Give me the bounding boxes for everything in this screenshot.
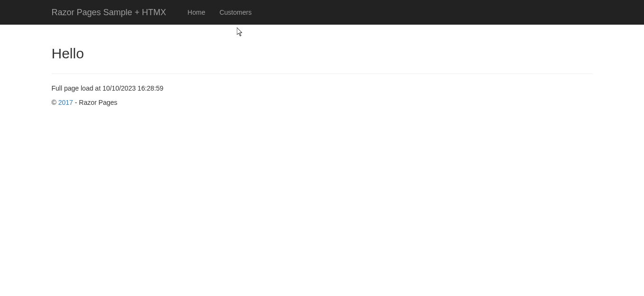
load-info: Full page load at 10/10/2023 16:28:59	[52, 83, 593, 93]
footer-suffix: - Razor Pages	[73, 99, 117, 106]
copyright-prefix: ©	[52, 99, 58, 106]
navbar-brand[interactable]: Razor Pages Sample + HTMX	[52, 0, 174, 24]
main-container: Hello Full page load at 10/10/2023 16:28…	[45, 25, 600, 107]
page-heading: Hello	[52, 44, 593, 64]
navbar: Razor Pages Sample + HTMX Home Customers	[0, 0, 644, 25]
navbar-nav: Home Customers	[180, 0, 259, 24]
divider	[52, 74, 593, 74]
footer-year-link[interactable]: 2017	[58, 99, 73, 106]
nav-item-home: Home	[180, 0, 212, 24]
footer: © 2017 - Razor Pages	[52, 98, 593, 107]
footer-text: © 2017 - Razor Pages	[52, 98, 593, 107]
nav-link-customers[interactable]: Customers	[212, 0, 259, 24]
nav-link-home[interactable]: Home	[180, 0, 212, 24]
navbar-container: Razor Pages Sample + HTMX Home Customers	[45, 0, 600, 24]
nav-item-customers: Customers	[212, 0, 259, 24]
